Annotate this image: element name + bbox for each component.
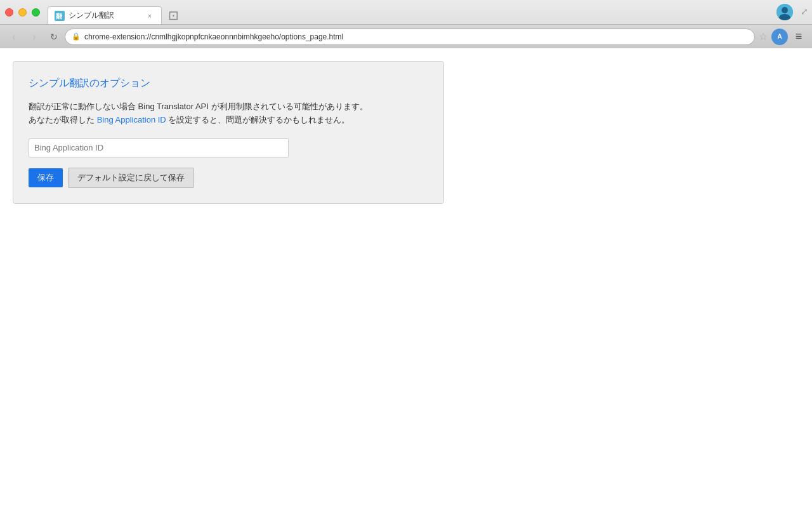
forward-icon: › — [32, 31, 36, 43]
options-title: シンプル翻訳のオプション — [29, 77, 428, 90]
star-icon: ☆ — [759, 31, 768, 42]
menu-icon: ≡ — [796, 30, 802, 43]
fullscreen-icon[interactable]: ⤢ — [801, 6, 808, 17]
window-maximize-button[interactable] — [32, 8, 40, 17]
address-text: chrome-extension://cnmlhgjkopnpfcnkaeonn… — [84, 32, 748, 41]
address-bar[interactable]: 🔒 chrome-extension://cnmlhgjkopnpfcnkaeo… — [65, 29, 755, 45]
back-icon: ‹ — [12, 31, 15, 43]
tab-close-button[interactable]: × — [145, 11, 155, 21]
profile-icon — [776, 4, 793, 20]
tab-favicon: 翻 — [55, 11, 65, 21]
tab-title: シンプル翻訳 — [69, 10, 141, 21]
title-row: 翻 シンプル翻訳 × ⊡ ⤢ — [0, 0, 812, 24]
tab-bar: 翻 シンプル翻訳 × ⊡ — [48, 0, 807, 24]
reset-button[interactable]: デフォルト設定に戻して保存 — [68, 168, 194, 188]
bookmark-button[interactable]: ☆ — [757, 30, 769, 43]
active-tab[interactable]: 翻 シンプル翻訳 × — [48, 6, 162, 24]
window-minimize-button[interactable] — [18, 8, 27, 17]
back-button[interactable]: ‹ — [5, 28, 23, 46]
forward-button[interactable]: › — [25, 28, 43, 46]
new-tab-button[interactable]: ⊡ — [164, 6, 182, 24]
profile-area — [776, 4, 793, 20]
window-controls — [5, 8, 40, 17]
app-id-input[interactable] — [29, 138, 289, 157]
description-line2-before: あなたが取得した — [29, 115, 97, 124]
address-lock-icon: 🔒 — [72, 32, 81, 41]
menu-button[interactable]: ≡ — [790, 29, 807, 45]
profile-avatar[interactable] — [776, 4, 793, 20]
refresh-button[interactable]: ↻ — [46, 29, 62, 45]
translate-icon: A — [777, 33, 782, 40]
new-tab-icon: ⊡ — [168, 9, 179, 22]
window-close-button[interactable] — [5, 8, 13, 17]
refresh-icon: ↻ — [50, 32, 58, 42]
save-button[interactable]: 保存 — [29, 168, 63, 187]
bing-application-id-link[interactable]: Bing Application ID — [97, 115, 166, 124]
description-line2-after: を設定すると、問題が解決するかもしれません。 — [166, 115, 350, 124]
svg-point-3 — [782, 7, 788, 13]
browser-chrome: 翻 シンプル翻訳 × ⊡ ⤢ ‹ — [0, 0, 812, 48]
description-line1: 翻訳が正常に動作しない場合 Bing Translator API が利用制限さ… — [29, 102, 368, 111]
svg-text:翻: 翻 — [55, 13, 62, 20]
buttons-row: 保存 デフォルト設定に戻して保存 — [29, 168, 428, 188]
page-content: シンプル翻訳のオプション 翻訳が正常に動作しない場合 Bing Translat… — [0, 48, 812, 485]
address-bar-row: ‹ › ↻ 🔒 chrome-extension://cnmlhgjkopnpf… — [0, 24, 812, 48]
options-description: 翻訳が正常に動作しない場合 Bing Translator API が利用制限さ… — [29, 100, 428, 127]
options-card: シンプル翻訳のオプション 翻訳が正常に動作しない場合 Bing Translat… — [13, 61, 444, 204]
translate-button[interactable]: A — [771, 29, 788, 45]
